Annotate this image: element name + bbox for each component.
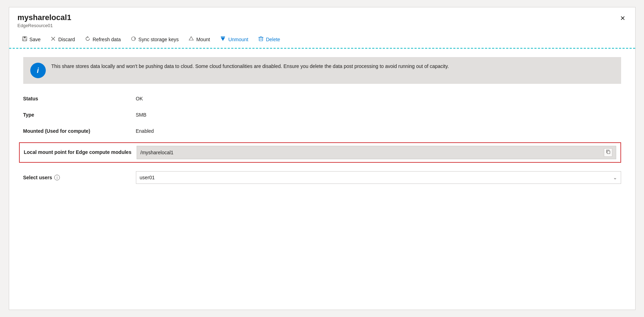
unmount-button[interactable]: Unmount xyxy=(215,34,252,45)
svg-rect-2 xyxy=(23,39,26,41)
sync-label: Sync storage keys xyxy=(138,37,179,42)
content-area: i This share stores data locally and won… xyxy=(9,49,635,201)
copy-icon[interactable] xyxy=(604,148,612,157)
refresh-button[interactable]: Refresh data xyxy=(81,34,125,45)
svg-rect-14 xyxy=(607,151,610,154)
mounted-value: Enabled xyxy=(136,126,154,134)
mount-point-value: /mysharelocal1 xyxy=(140,150,604,155)
panel-title: mysharelocal1 xyxy=(18,13,627,22)
type-row: Type SMB xyxy=(23,110,621,118)
panel-subtitle: EdgeResource01 xyxy=(18,23,627,28)
select-users-label: Select users xyxy=(23,175,52,180)
save-button[interactable]: Save xyxy=(18,34,45,45)
mount-point-row: Local mount point for Edge compute modul… xyxy=(19,142,621,163)
unmount-icon xyxy=(220,36,226,43)
mount-point-input: /mysharelocal1 xyxy=(137,146,616,159)
save-icon xyxy=(22,36,27,43)
info-banner: i This share stores data locally and won… xyxy=(23,57,621,84)
unmount-label: Unmount xyxy=(228,37,248,42)
status-label: Status xyxy=(23,94,136,101)
discard-button[interactable]: Discard xyxy=(46,34,79,45)
toolbar: Save Discard Refresh data xyxy=(9,31,635,49)
type-label: Type xyxy=(23,110,136,118)
select-users-row: Select users i user01 ⌄ xyxy=(23,171,621,184)
select-users-dropdown[interactable]: user01 ⌄ xyxy=(136,171,621,184)
mounted-row: Mounted (Used for compute) Enabled xyxy=(23,126,621,134)
mount-button[interactable]: Mount xyxy=(184,34,214,45)
mount-label: Mount xyxy=(196,37,210,42)
info-banner-text: This share stores data locally and won't… xyxy=(51,63,449,70)
discard-icon xyxy=(50,36,56,43)
delete-button[interactable]: Delete xyxy=(254,34,284,45)
select-users-value: user01 xyxy=(140,175,613,180)
sync-icon xyxy=(131,36,136,43)
close-button[interactable]: ✕ xyxy=(617,13,628,24)
discard-label: Discard xyxy=(58,37,75,42)
status-row: Status OK xyxy=(23,94,621,101)
mount-point-label: Local mount point for Edge compute modul… xyxy=(24,149,137,156)
svg-rect-1 xyxy=(24,37,26,38)
info-icon: i xyxy=(30,63,46,78)
mount-icon xyxy=(188,36,194,43)
sync-button[interactable]: Sync storage keys xyxy=(126,34,183,45)
chevron-down-icon: ⌄ xyxy=(613,175,617,180)
mounted-label: Mounted (Used for compute) xyxy=(23,126,136,134)
type-value: SMB xyxy=(136,110,146,118)
panel-header: mysharelocal1 EdgeResource01 xyxy=(9,7,635,31)
select-users-label-wrapper: Select users i xyxy=(23,175,136,180)
svg-marker-6 xyxy=(189,37,193,40)
save-label: Save xyxy=(30,37,41,42)
status-value: OK xyxy=(136,94,143,101)
delete-icon xyxy=(258,36,264,43)
select-users-info-icon[interactable]: i xyxy=(54,175,60,180)
main-panel: mysharelocal1 EdgeResource01 ✕ Save xyxy=(9,7,636,310)
delete-label: Delete xyxy=(266,37,280,42)
svg-marker-7 xyxy=(221,37,225,41)
svg-rect-9 xyxy=(259,37,263,41)
refresh-icon xyxy=(85,36,90,43)
refresh-label: Refresh data xyxy=(93,37,121,42)
